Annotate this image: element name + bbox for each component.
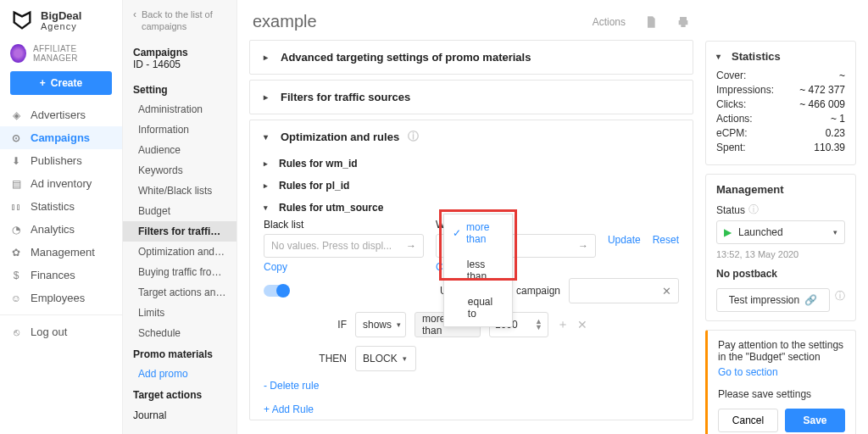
nav-item-publishers[interactable]: ⬇Publishers [0, 149, 122, 172]
stat-row: Spent:110.39 [716, 142, 845, 153]
update-link[interactable]: Update [608, 234, 641, 246]
section-setting: Setting [123, 79, 236, 99]
check-icon: ✓ [453, 227, 461, 239]
back-label: Back to the list of campaigns [142, 8, 226, 33]
rule-wm-label: Rules for wm_id [279, 158, 358, 170]
sub-link[interactable]: Budget [123, 201, 236, 221]
comparator-opt-more[interactable]: ✓more than [444, 214, 512, 252]
remove-condition-icon[interactable]: ✕ [577, 318, 587, 331]
file-icon[interactable] [644, 15, 658, 29]
nav-item-management[interactable]: ✿Management [0, 241, 122, 264]
chevron-right-icon: ▸ [264, 53, 272, 62]
section-journal[interactable]: Journal [123, 404, 236, 425]
arrow-right-icon: → [406, 240, 416, 252]
rule-wm[interactable]: ▸Rules for wm_id [264, 153, 679, 175]
rule-pl[interactable]: ▸Rules for pl_id [264, 175, 679, 197]
nav-item-advertisers[interactable]: ◈Advertisers [0, 103, 122, 126]
save-button[interactable]: Save [785, 409, 845, 432]
blacklist-select[interactable]: No values. Press to displ... → [264, 234, 424, 258]
status-select[interactable]: ▶ Launched ▾ [716, 220, 845, 244]
acc-advanced[interactable]: ▸ Advanced targeting settings of promo m… [250, 41, 693, 74]
copy-blacklist[interactable]: Copy [264, 261, 287, 273]
stat-key: Clicks: [716, 98, 746, 110]
print-icon[interactable] [676, 15, 690, 29]
sub-link[interactable]: Keywords [123, 160, 236, 181]
blacklist-placeholder: No values. Press to displ... [271, 240, 392, 252]
nav-label: Analytics [31, 223, 75, 236]
acc-filters[interactable]: ▸ Filters for traffic sources [250, 81, 693, 114]
logout-link[interactable]: ⎋ Log out [0, 320, 122, 343]
nav-item-statistics[interactable]: ⫾⫾Statistics [0, 195, 122, 218]
step-down-icon[interactable]: ▼ [535, 325, 542, 331]
create-button[interactable]: + Create [10, 71, 112, 95]
test-label: Test impression [729, 294, 799, 306]
management-panel: Management Status ⓘ ▶ Launched ▾ 13:52, … [705, 174, 856, 321]
nav-item-campaigns[interactable]: ⊙Campaigns [0, 126, 122, 149]
action-select[interactable]: BLOCK▾ [355, 346, 416, 371]
back-link[interactable]: ‹ Back to the list of campaigns [123, 0, 236, 40]
acc-advanced-label: Advanced targeting settings of promo mat… [281, 51, 531, 64]
add-rule[interactable]: + Add Rule [264, 403, 679, 415]
close-icon[interactable]: ✕ [662, 285, 671, 298]
sub-link[interactable]: Audience [123, 140, 236, 160]
arrow-right-icon: → [578, 240, 588, 252]
sub-link[interactable]: Filters for traffic sour... [123, 221, 236, 242]
user-block[interactable]: AFFILIATE MANAGER [0, 41, 122, 71]
stats-from-label: Using stats from campaign [298, 285, 560, 297]
nav-label: Ad inventory [31, 177, 92, 190]
page-title: example [253, 12, 317, 31]
chevron-right-icon: ▸ [264, 92, 272, 102]
acc-opt-label: Optimization and rules [281, 131, 399, 143]
sub-link[interactable]: Buying traffic from S... [123, 262, 236, 282]
stats-toggle[interactable] [264, 285, 289, 297]
add-promo-link[interactable]: Add promo [123, 364, 236, 384]
metric-select[interactable]: shows▾ [355, 312, 406, 337]
stat-key: Spent: [716, 142, 746, 153]
stats-panel: ▾Statistics Cover:~Impressions:~ 472 377… [705, 41, 856, 165]
section-target: Target actions [123, 384, 236, 404]
nav-item-ad-inventory[interactable]: ▤Ad inventory [0, 172, 122, 195]
delete-rule[interactable]: - Delete rule [264, 380, 679, 392]
actions-dropdown[interactable]: Actions [593, 16, 626, 28]
nav-icon: ◈ [10, 109, 22, 121]
avatar [10, 44, 26, 63]
then-label: THEN [298, 353, 347, 364]
stat-row: Clicks:~ 466 009 [716, 98, 845, 110]
nav-item-finances[interactable]: $Finances [0, 264, 122, 287]
sub-link[interactable]: Information [123, 120, 236, 140]
sub-link[interactable]: Target actions and re... [123, 282, 236, 303]
blacklist-label: Black list [264, 219, 424, 231]
chevron-down-icon[interactable]: ▾ [716, 52, 725, 61]
stat-row: Actions:~ 1 [716, 113, 845, 125]
action-value: BLOCK [363, 353, 398, 364]
comparator-opt-equal[interactable]: equal to [444, 289, 512, 326]
opt-label: less than [467, 259, 504, 282]
stat-value: ~ 1 [831, 113, 845, 125]
nav-item-employees[interactable]: ☺Employees [0, 287, 122, 309]
add-condition-icon[interactable]: ＋ [557, 317, 569, 332]
sub-link[interactable]: White/Black lists [123, 181, 236, 201]
save-msg: Please save settings [718, 388, 845, 400]
campaign-select[interactable]: ✕ [569, 278, 679, 303]
goto-section-link[interactable]: Go to section [718, 366, 778, 378]
nav-item-analytics[interactable]: ◔Analytics [0, 218, 122, 241]
info-icon: ⓘ [408, 129, 419, 144]
comparator-dropdown-menu: ✓more than less than equal to [443, 214, 513, 327]
comparator-opt-less[interactable]: less than [444, 252, 512, 289]
stat-value: ~ 466 009 [799, 98, 845, 110]
reset-link[interactable]: Reset [653, 234, 679, 246]
sub-link[interactable]: Limits [123, 303, 236, 323]
link-icon: 🔗 [804, 294, 817, 306]
sub-link[interactable]: Administration [123, 99, 236, 120]
sub-link[interactable]: Schedule [123, 323, 236, 343]
stat-key: Actions: [716, 113, 753, 125]
test-impression-button[interactable]: Test impression 🔗 [716, 288, 830, 312]
sub-link[interactable]: Optimization and rules [123, 242, 236, 262]
nav-label: Statistics [31, 200, 75, 213]
cancel-button[interactable]: Cancel [718, 409, 778, 432]
chevron-down-icon: ▾ [397, 320, 401, 329]
sub-heading: Campaigns [123, 40, 236, 58]
acc-optimization[interactable]: ▾ Optimization and rules ⓘ [250, 120, 693, 153]
play-icon: ▶ [724, 226, 732, 238]
nav-label: Finances [31, 269, 75, 281]
